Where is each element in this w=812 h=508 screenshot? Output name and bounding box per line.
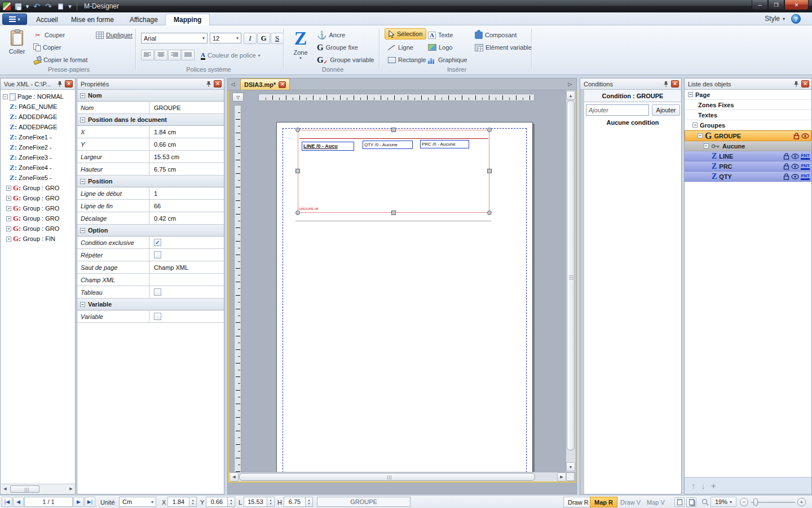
save-icon[interactable] bbox=[13, 2, 23, 11]
font-icon[interactable]: FNT bbox=[801, 163, 810, 170]
lock-icon[interactable] bbox=[783, 173, 789, 180]
preview-icon[interactable] bbox=[55, 2, 65, 11]
expander-icon[interactable]: + bbox=[6, 196, 11, 201]
tree-item[interactable]: −Page : NORMAL bbox=[1, 91, 75, 102]
next-page-button[interactable]: ▶ bbox=[73, 497, 84, 507]
scroll-down-icon[interactable]: ▼ bbox=[566, 462, 575, 471]
add-icon[interactable]: + bbox=[711, 481, 716, 491]
vertical-scrollbar[interactable]: ▲ ▼ bbox=[566, 90, 575, 472]
l-field[interactable]: 15.53 bbox=[244, 497, 267, 507]
application-menu-button[interactable]: ▾ bbox=[2, 14, 27, 25]
tree-item[interactable]: Z:ZoneFixe2 - bbox=[1, 142, 75, 152]
x-field[interactable]: 1.84 bbox=[167, 497, 189, 507]
eye-icon[interactable] bbox=[791, 174, 799, 179]
resize-handle-s[interactable] bbox=[391, 211, 396, 215]
y-field[interactable]: 0.66 bbox=[206, 497, 228, 507]
tree-item[interactable]: Z:ADDEDPAGE bbox=[1, 112, 75, 122]
object-row-aucune[interactable]: − Aucune bbox=[685, 141, 811, 151]
object-row-prc[interactable]: Z PRC FNT bbox=[685, 161, 811, 172]
scroll-up-icon[interactable]: ▲ bbox=[566, 91, 575, 100]
zoom-out-button[interactable]: − bbox=[740, 498, 748, 506]
zoom-in-button[interactable]: + bbox=[797, 498, 806, 506]
property-value[interactable]: 0.42 cm bbox=[149, 212, 224, 224]
underline-button[interactable]: S bbox=[271, 33, 284, 44]
scroll-right-icon[interactable]: ▶ bbox=[557, 472, 566, 481]
document-tab[interactable]: DSIA3.mp* ✕ bbox=[240, 78, 290, 90]
condition-add-input[interactable]: Ajouter bbox=[586, 104, 649, 116]
object-row-qty[interactable]: Z QTY FNT bbox=[685, 172, 811, 182]
coller-button[interactable]: Coller bbox=[5, 28, 29, 65]
horizontal-scrollbar[interactable]: ◀ ▶ bbox=[1, 484, 75, 493]
pin-icon[interactable] bbox=[205, 81, 212, 87]
font-family-combo[interactable]: Arial▾ bbox=[141, 33, 208, 43]
app-icon[interactable] bbox=[2, 2, 11, 11]
copier-button[interactable]: Copier bbox=[31, 42, 63, 53]
scrollbar-thumb[interactable] bbox=[567, 100, 575, 450]
object-row-textes[interactable]: Textes bbox=[685, 110, 811, 120]
scroll-left-icon[interactable]: ◀ bbox=[230, 472, 239, 481]
object-row-page[interactable]: − Page bbox=[685, 90, 811, 100]
qat-options-icon[interactable]: ▾ bbox=[67, 2, 73, 11]
zoom-slider-thumb[interactable] bbox=[753, 498, 758, 506]
checkbox[interactable] bbox=[154, 251, 161, 259]
eye-icon[interactable] bbox=[791, 154, 799, 159]
collapse-icon[interactable]: − bbox=[80, 179, 85, 184]
tree-item[interactable]: Z:ZoneFixe3 - bbox=[1, 152, 75, 163]
property-value[interactable]: 6.75 cm bbox=[149, 163, 224, 175]
font-icon[interactable]: FNT bbox=[801, 173, 810, 180]
pin-icon[interactable] bbox=[793, 81, 800, 87]
property-value[interactable]: 0.66 cm bbox=[149, 138, 224, 150]
expander-icon[interactable]: + bbox=[6, 237, 11, 242]
tab-affichage[interactable]: Affichage bbox=[122, 14, 166, 25]
section-header[interactable]: −Position bbox=[77, 176, 224, 187]
checkbox[interactable] bbox=[154, 313, 161, 320]
h-spinner[interactable]: ▲▼ bbox=[306, 497, 313, 507]
eye-icon[interactable] bbox=[801, 133, 809, 139]
property-value[interactable]: GROUPE bbox=[149, 102, 224, 113]
object-row-zones-fixes[interactable]: Zones Fixes bbox=[685, 100, 811, 110]
groupe-fixe-button[interactable]: G Groupe fixe bbox=[315, 42, 360, 53]
font-size-combo[interactable]: 12▾ bbox=[210, 33, 241, 43]
zone-line[interactable]: LINE /0 - Aucu bbox=[302, 142, 354, 151]
object-row-groupe[interactable]: − G GROUPE bbox=[685, 130, 811, 141]
font-color-button[interactable]: A Couleur de police ▾ bbox=[198, 50, 263, 61]
zone-button[interactable]: Z Zone ▾ bbox=[289, 28, 312, 65]
rectangle-button[interactable]: Rectangle bbox=[386, 54, 429, 65]
collapse-icon[interactable]: − bbox=[80, 93, 85, 98]
pin-icon[interactable] bbox=[663, 81, 669, 87]
undo-icon[interactable]: ↶ bbox=[32, 2, 42, 11]
mode-draw-r[interactable]: Draw R bbox=[563, 497, 593, 507]
tree-item[interactable]: Z:ZoneFixe5 - bbox=[1, 173, 75, 183]
mode-draw-v[interactable]: Draw V bbox=[616, 497, 645, 507]
l-spinner[interactable]: ▲▼ bbox=[267, 497, 275, 507]
horizontal-scrollbar[interactable]: ◀ ▶ bbox=[229, 472, 567, 481]
align-left-button[interactable] bbox=[141, 50, 154, 60]
tree-item[interactable]: +G:Group : GRO bbox=[1, 193, 75, 203]
x-spinner[interactable]: ▲▼ bbox=[189, 497, 197, 507]
section-header[interactable]: −Variable bbox=[77, 299, 224, 310]
section-header[interactable]: −Nom bbox=[77, 90, 224, 102]
bold-button[interactable]: G bbox=[257, 33, 270, 44]
tab-mise-en-forme[interactable]: Mise en forme bbox=[63, 14, 122, 25]
expander-icon[interactable]: + bbox=[6, 226, 11, 231]
resize-handle-se[interactable] bbox=[487, 211, 492, 215]
resize-handle-ne[interactable] bbox=[487, 128, 492, 132]
tab-accueil[interactable]: Accueil bbox=[28, 14, 66, 25]
expander-icon[interactable]: + bbox=[6, 186, 11, 191]
tree-item[interactable]: +G:Group : FIN bbox=[1, 234, 75, 244]
tab-mapping[interactable]: Mapping bbox=[165, 14, 210, 25]
style-menu[interactable]: Style▾ bbox=[765, 15, 785, 23]
scroll-left-icon[interactable]: ◀ bbox=[1, 487, 9, 491]
close-icon[interactable]: ✕ bbox=[65, 80, 73, 87]
italic-button[interactable]: I bbox=[244, 33, 257, 44]
prev-page-button[interactable]: ◀ bbox=[13, 497, 24, 507]
resize-handle-e[interactable] bbox=[487, 169, 492, 173]
composant-button[interactable]: Composant bbox=[473, 29, 519, 41]
collapse-icon[interactable]: − bbox=[80, 117, 85, 122]
logo-button[interactable]: Logo bbox=[426, 42, 454, 53]
help-button[interactable]: ? bbox=[791, 14, 801, 24]
zoom-level-dropdown[interactable]: 19%▾ bbox=[710, 497, 736, 507]
couper-button[interactable]: ✂ Couper bbox=[31, 29, 67, 41]
dupliquer-button[interactable]: Dupliquer bbox=[94, 29, 135, 41]
property-value[interactable]: Champ XML bbox=[149, 261, 224, 273]
